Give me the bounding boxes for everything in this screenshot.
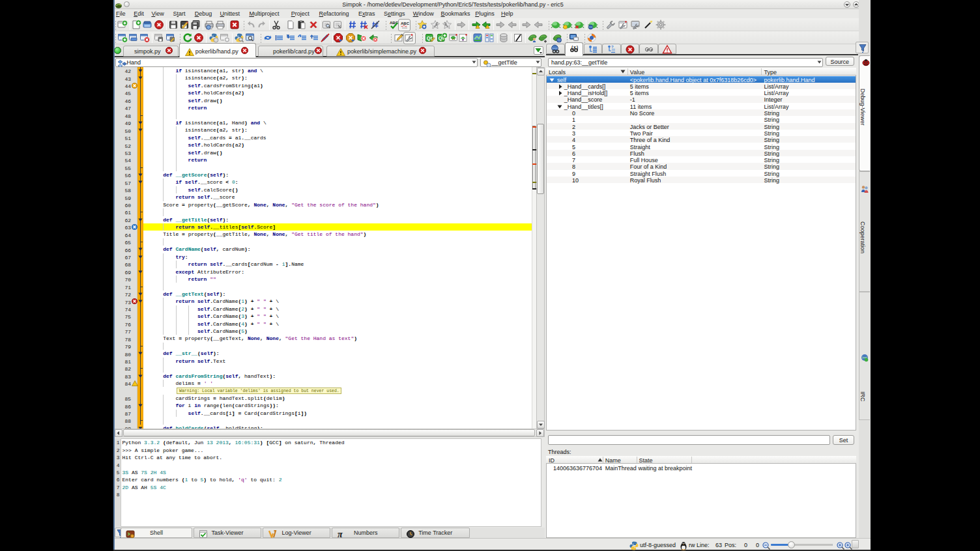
- svg-text:?: ?: [611, 45, 614, 49]
- svg-text:ABC: ABC: [401, 21, 410, 25]
- svg-text:(x): (x): [571, 46, 579, 50]
